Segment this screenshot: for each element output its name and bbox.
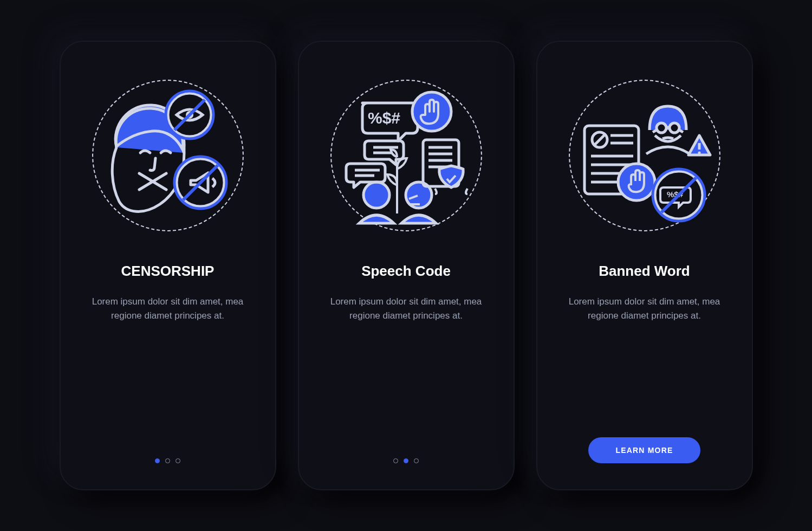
onboarding-screen-3: %$# Banned Word Lorem ipsum dolor sit di… [536, 41, 753, 490]
dot-3[interactable] [414, 458, 419, 463]
dot-1[interactable] [155, 458, 160, 463]
svg-point-32 [657, 123, 666, 133]
learn-more-button[interactable]: LEARN MORE [588, 437, 700, 463]
onboarding-screen-2: %$# Speech Code Lorem ipsum dolor sit di… [298, 41, 515, 490]
illustration-speech-code: %$# [325, 74, 488, 237]
svg-line-24 [594, 134, 605, 145]
onboarding-screen-1: CENSORSHIP Lorem ipsum dolor sit dim ame… [60, 41, 276, 490]
svg-text:%$#: %$# [368, 109, 400, 127]
screen-description: Lorem ipsum dolor sit dim amet, mea regi… [87, 295, 249, 323]
censorship-icon [89, 77, 246, 234]
speech-code-icon: %$# [328, 77, 485, 234]
dot-2[interactable] [165, 458, 170, 463]
dot-1[interactable] [393, 458, 398, 463]
screen-description: Lorem ipsum dolor sit dim amet, mea regi… [325, 295, 488, 323]
screen-title: Speech Code [361, 263, 451, 280]
dot-2[interactable] [404, 458, 408, 463]
svg-point-33 [670, 123, 679, 133]
screen-title: CENSORSHIP [121, 263, 215, 280]
banned-word-icon: %$# [566, 77, 723, 234]
svg-point-9 [363, 182, 389, 208]
dot-3[interactable] [176, 458, 180, 463]
screen-description: Lorem ipsum dolor sit dim amet, mea regi… [563, 295, 726, 323]
svg-point-36 [698, 151, 700, 154]
screen-title: Banned Word [599, 263, 690, 280]
illustration-censorship [87, 74, 249, 237]
pagination-dots [155, 458, 180, 463]
pagination-dots [393, 458, 419, 463]
illustration-banned-word: %$# [563, 74, 726, 237]
